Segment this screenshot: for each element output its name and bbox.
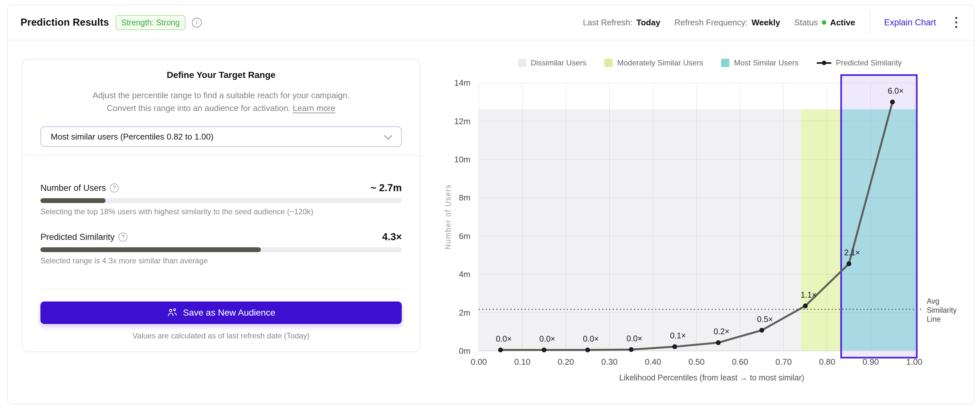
- number-of-users-label: Number of Users: [40, 183, 106, 193]
- predicted-similarity-value: 4.3×: [382, 231, 402, 243]
- panel-title: Define Your Target Range: [40, 70, 402, 80]
- x-tick-label: 0.30: [601, 357, 618, 367]
- save-button-label: Save as New Audience: [183, 308, 275, 318]
- data-point[interactable]: [760, 328, 764, 333]
- data-point-label: 0.5×: [757, 315, 773, 324]
- data-point-label: 0.0×: [626, 334, 642, 343]
- y-axis-title: Number of Users: [444, 184, 452, 249]
- data-point-label: 2.1×: [844, 248, 860, 257]
- number-of-users-value: ~ 2.7m: [371, 182, 402, 194]
- y-tick-label: 12m: [454, 116, 471, 126]
- y-tick-label: 8m: [459, 193, 471, 202]
- data-point[interactable]: [628, 347, 633, 352]
- x-tick-label: 1.00: [906, 357, 923, 367]
- panel-body: Number of Users ? ~ 2.7m Selecting the t…: [22, 182, 420, 340]
- save-as-new-audience-button[interactable]: Save as New Audience: [40, 302, 402, 324]
- x-tick-label: 0.00: [471, 357, 487, 367]
- band-most-similar-users: [840, 110, 916, 351]
- data-point-label: 6.0×: [888, 86, 903, 95]
- last-refresh-value: Today: [636, 17, 660, 28]
- y-tick-label: 6m: [459, 231, 471, 241]
- panel-description: Adjust the percentile range to find a su…: [40, 89, 402, 114]
- number-of-users-slider[interactable]: [40, 198, 402, 203]
- status-label: Status: [794, 17, 818, 28]
- avg-similarity-label: Line: [927, 315, 940, 323]
- y-tick-label: 10m: [454, 155, 471, 164]
- description-line1: Adjust the percentile range to find a su…: [93, 90, 350, 100]
- avg-similarity-label: Similarity: [927, 306, 957, 314]
- band-dissimilar-users: [479, 110, 801, 351]
- data-point[interactable]: [890, 100, 895, 104]
- last-refresh: Last Refresh: Today: [583, 17, 660, 28]
- data-point[interactable]: [803, 303, 808, 308]
- explain-chart-link[interactable]: Explain Chart: [884, 17, 936, 28]
- info-icon[interactable]: i: [192, 17, 202, 28]
- data-point[interactable]: [716, 340, 721, 345]
- chevron-down-icon: [384, 132, 392, 140]
- strength-badge: Strength: Strong: [116, 15, 186, 30]
- number-of-users-row: Number of Users ? ~ 2.7m: [40, 182, 402, 194]
- x-tick-label: 0.60: [732, 357, 748, 367]
- predicted-similarity-row: Predicted Similarity ? 4.3×: [40, 231, 402, 243]
- header-divider: [870, 11, 870, 34]
- help-icon[interactable]: ?: [110, 184, 119, 192]
- range-select-value: Most similar users (Percentiles 0.82 to …: [51, 132, 213, 142]
- last-refresh-label: Last Refresh:: [583, 17, 633, 28]
- refresh-frequency-value: Weekly: [751, 17, 780, 28]
- y-tick-label: 0m: [459, 346, 471, 356]
- data-point-label: 0.1×: [670, 331, 686, 340]
- predicted-similarity-slider[interactable]: [40, 247, 402, 252]
- description-line2: Convert this range into an audience for …: [107, 103, 290, 113]
- x-tick-label: 0.20: [558, 357, 574, 367]
- y-tick-label: 2m: [459, 308, 471, 318]
- header-right: Last Refresh: Today Refresh Frequency: W…: [569, 11, 959, 34]
- kebab-menu-icon[interactable]: [953, 15, 959, 30]
- panel-footnote: Values are calculated as of last refresh…: [40, 331, 402, 340]
- number-of-users-slider-fill: [40, 198, 106, 203]
- number-of-users-caption: Selecting the top 18% users with highest…: [40, 207, 402, 216]
- x-tick-label: 0.10: [514, 357, 530, 367]
- refresh-frequency-label: Refresh Frequency:: [675, 17, 748, 28]
- avg-similarity-label: Avg: [927, 297, 939, 305]
- data-point-label: 0.0×: [539, 334, 555, 343]
- data-point[interactable]: [542, 348, 546, 352]
- y-tick-label: 14m: [454, 78, 471, 87]
- x-tick-label: 0.50: [688, 357, 705, 367]
- x-tick-label: 0.80: [819, 357, 835, 367]
- panel-top-section: Define Your Target Range Adjust the perc…: [22, 60, 420, 156]
- audience-group-icon: [167, 307, 178, 318]
- target-range-panel: Define Your Target Range Adjust the perc…: [22, 59, 420, 352]
- status: Status Active: [794, 17, 855, 28]
- range-select[interactable]: Most similar users (Percentiles 0.82 to …: [40, 126, 402, 147]
- chart-area: Dissimilar UsersModerately Similar Users…: [444, 49, 976, 405]
- predicted-similarity-label: Predicted Similarity: [40, 232, 115, 242]
- help-icon[interactable]: ?: [118, 233, 127, 241]
- data-point-label: 0.0×: [496, 334, 512, 343]
- similarity-chart[interactable]: AvgSimilarityLine0.0×0.0×0.0×0.0×0.1×0.2…: [444, 49, 976, 405]
- x-tick-label: 0.90: [862, 357, 879, 367]
- prediction-results-card: Prediction Results Strength: Strong i La…: [7, 5, 975, 404]
- header: Prediction Results Strength: Strong i La…: [8, 5, 974, 40]
- x-tick-label: 0.40: [645, 357, 661, 367]
- x-axis-title: Likelihood Percentiles (from least → to …: [619, 373, 805, 382]
- refresh-frequency: Refresh Frequency: Weekly: [675, 17, 780, 28]
- data-point[interactable]: [846, 261, 851, 266]
- predicted-similarity-caption: Selected range is 4.3x more similar than…: [40, 256, 402, 265]
- predicted-similarity-slider-fill: [40, 247, 261, 252]
- divider: [40, 289, 402, 289]
- y-tick-label: 4m: [459, 270, 471, 279]
- page-title: Prediction Results: [21, 17, 109, 28]
- band-moderately-similar-users: [801, 110, 840, 351]
- status-value: Active: [830, 17, 855, 28]
- data-point[interactable]: [498, 348, 503, 352]
- header-left: Prediction Results Strength: Strong i: [21, 15, 202, 30]
- status-dot-icon: [822, 20, 826, 25]
- data-point-label: 0.2×: [714, 327, 729, 336]
- x-tick-label: 0.70: [776, 357, 792, 367]
- data-point-label: 0.0×: [583, 334, 599, 343]
- data-point[interactable]: [672, 344, 677, 349]
- data-point-label: 1.1×: [800, 290, 816, 299]
- data-point[interactable]: [585, 348, 590, 352]
- learn-more-link[interactable]: Learn more: [293, 103, 335, 113]
